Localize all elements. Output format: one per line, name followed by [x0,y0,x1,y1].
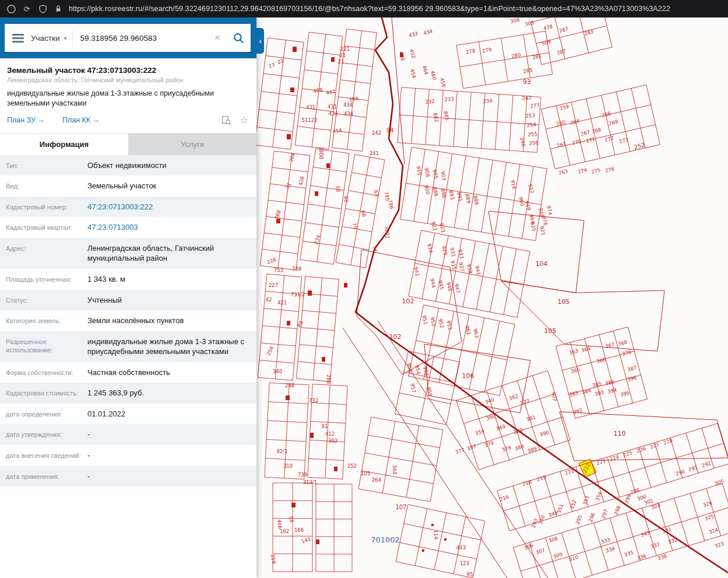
parcel-label: 106 [462,372,474,380]
parcel-label: 431 [306,104,315,110]
parcel-label: 377 [455,447,466,456]
parcel-label: 162 [280,528,289,534]
tab-services[interactable]: Услуги [128,134,256,155]
parcel-label: 277 [530,102,540,108]
parcel-label: 920 [529,221,537,232]
parcel-label: 264 [372,477,381,483]
parcel-label: 234 [483,97,493,104]
parcel-label: 302 [328,438,337,444]
parcel-label: 252 [633,142,645,151]
parcel-label: 731/2 [291,292,305,297]
parcel-label: 306 [509,17,520,24]
reload-icon[interactable]: ⟳ [22,3,32,14]
url-text[interactable]: https://pkk.rosreestr.ru/#/search/59.322… [69,5,722,13]
info-value: Земли населённых пунктов [87,316,184,326]
parcel-label: 921 [539,225,546,236]
parcel-label: 957 [409,383,417,393]
parcel-label: 216 [499,494,510,503]
lock-icon [53,3,64,14]
parcel-label: 332 [667,537,678,545]
info-label: Кадастровый квартал: [6,222,87,233]
parcel-label: 333 [600,537,611,545]
site-info-icon[interactable] [6,3,16,14]
info-row: Статус:Учтенный [0,290,256,311]
parcel-label: 947 [453,283,461,293]
parcel-label: 225 [623,450,634,458]
parcel-label: 393 [594,389,604,397]
info-row: Кадастровый номер:47:23:0713003:222 [0,197,256,218]
parcel-label: 242 [372,130,381,136]
parcel-label: 141 [301,536,312,545]
parcel-label: 428 [297,176,305,186]
plan-zu-link[interactable]: План ЗУ → [7,116,45,124]
info-row: Разрешенное использование:индивидуальные… [0,331,256,362]
parcel-label: 390 [539,429,550,438]
parcel-title: Земельный участок 47:23:0713003:222 [0,58,256,76]
info-value-link[interactable]: 47:23:0713003 [87,222,138,233]
parcel-label: 334 [605,545,616,554]
parcel-label: 223 [596,458,607,467]
parcel-label: 363 [568,348,579,356]
parcel-label: 267 [580,129,590,137]
search-button[interactable] [226,24,251,52]
info-value: Земельный участок [87,181,156,191]
parcel-label: 22 [276,58,284,65]
search-bar: Участки ▾ × [5,24,251,52]
parcel-label: 976 [541,215,548,226]
panel-collapse-button[interactable]: ‹ [256,28,264,54]
parcel-label: 974 [546,205,553,215]
tab-information[interactable]: Информация [0,134,128,155]
parcel-label: 227 [649,442,660,450]
parcel-label: 260 [555,119,566,127]
parcel-label: 21 [338,59,344,65]
parcel-label: 963 [472,328,480,338]
parcel-label: 276 [604,166,615,174]
parcel-label: 433 [408,30,418,38]
menu-icon[interactable] [12,32,24,44]
info-value-link[interactable]: 47:23:0713003:222 [87,202,153,212]
parcel-label: 394 [607,387,617,395]
parcel-label: 366 [596,356,606,365]
parcel-label: 340 [273,369,282,374]
parcel-label: 104 [536,260,548,268]
info-row: Адрес:Ленинградская область, Гатчинский … [0,238,256,269]
search-category-dropdown[interactable]: Участки [31,34,60,43]
parcel-label: 279 [481,46,492,54]
parcel-label: 701002 [371,535,400,544]
parcel-label: 228 [663,437,674,446]
parcel-label: 414 [332,127,343,135]
parcel-label: 264 [569,118,580,126]
parcel-label: 226 [636,446,647,454]
document-search-icon[interactable] [221,115,231,125]
search-input[interactable] [73,34,209,43]
parcel-label: 934 [426,243,434,253]
parcel-label: 434 [423,28,433,36]
parcel-label: 452 [409,48,417,59]
parcel-label: 935 [449,260,457,270]
map-container[interactable]: 2223221212140840739443143143443643451122… [256,17,728,578]
parcel-label: 753 [274,267,283,273]
parcel-label: 392 [572,407,583,415]
parcel-label: 927 [527,183,534,194]
cadastral-map[interactable]: 2223221212140840739443143143443643451122… [256,17,728,578]
parcel-label: 352 [569,499,578,510]
parcel-label: 102 [389,333,402,341]
tracking-protection-shield-icon[interactable] [37,3,48,14]
info-value: 01.01.2022 [87,409,125,419]
parcel-label: 376 [621,349,632,357]
favorite-star-icon[interactable]: ☆ [240,115,248,125]
plan-kk-link[interactable]: План КК → [62,116,100,124]
info-label: дата внесения сведений: [6,450,87,461]
clear-search-icon[interactable]: × [209,32,226,44]
parcel-subtitle: Ленинградская область, Гатчинский муници… [0,76,256,89]
parcel-label: 275 [590,167,601,175]
parcel-label: 359 [474,428,486,437]
panel-tabs: Информация Услуги [0,133,256,155]
parcel-label: 295 [575,514,583,526]
parcel-label: 454 [409,68,417,79]
info-value: - [87,429,90,440]
parcel-label: 1808 [318,146,324,159]
parcel-label: 94 [386,127,394,134]
parcel-label: 951 [421,314,428,325]
parcel-label: 255 [527,131,537,137]
